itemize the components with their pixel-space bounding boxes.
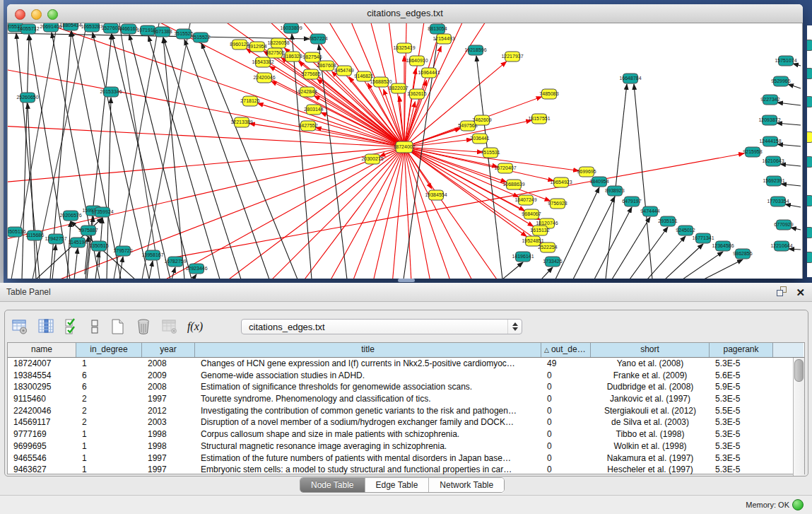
graph-node[interactable]	[268, 48, 283, 58]
graph-node[interactable]	[304, 69, 319, 79]
graph-node[interactable]	[505, 52, 520, 62]
table-row[interactable]: 1938455462009Genome-wide association stu…	[8, 370, 804, 382]
graph-node[interactable]	[357, 71, 372, 81]
graph-node[interactable]	[807, 227, 812, 238]
graph-node[interactable]	[305, 52, 320, 62]
column-header-year[interactable]: year	[142, 343, 195, 357]
graph-node[interactable]	[141, 25, 155, 35]
tab-edge-table[interactable]: Edge Table	[365, 478, 430, 492]
graph-node[interactable]	[775, 241, 789, 251]
graph-node[interactable]	[64, 211, 78, 221]
graph-node[interactable]	[475, 115, 490, 125]
graph-node[interactable]	[551, 199, 565, 209]
graph-node[interactable]	[49, 234, 64, 244]
graph-node[interactable]	[337, 66, 352, 76]
graph-node[interactable]	[807, 156, 812, 168]
graph-node[interactable]	[716, 241, 731, 251]
graph-node[interactable]	[300, 87, 315, 97]
graph-node[interactable]	[516, 252, 531, 262]
graph-node[interactable]	[410, 89, 425, 99]
graph-node[interactable]	[286, 52, 300, 62]
graph-node[interactable]	[104, 23, 119, 33]
graph-node[interactable]	[396, 141, 413, 153]
graph-node[interactable]	[95, 207, 110, 217]
graph-node[interactable]	[473, 134, 488, 144]
graph-node[interactable]	[168, 257, 183, 267]
graph-node[interactable]	[771, 197, 786, 206]
minimize-window-button[interactable]	[31, 9, 42, 20]
graph-node[interactable]	[235, 117, 249, 127]
graph-node[interactable]	[20, 93, 35, 103]
tab-node-table[interactable]: Node Table	[300, 478, 365, 492]
graph-node[interactable]	[469, 45, 483, 55]
graph-node[interactable]	[763, 136, 778, 146]
graph-node[interactable]	[763, 115, 777, 125]
graph-node[interactable]	[44, 23, 59, 32]
table-row[interactable]: 911546021997Tourette syndrome. Phenomeno…	[8, 393, 804, 405]
graph-node[interactable]	[85, 23, 100, 32]
graph-node[interactable]	[146, 250, 160, 260]
delete-table-icon[interactable]	[134, 317, 153, 336]
graph-node[interactable]	[410, 56, 425, 66]
table-row[interactable]: 969969511998Structural magnetic resonanc…	[8, 440, 804, 452]
column-header-in_degree[interactable]: in_degree	[76, 343, 142, 357]
graph-node[interactable]	[807, 96, 812, 107]
graph-node[interactable]	[625, 197, 640, 206]
graph-node[interactable]	[541, 243, 555, 252]
graph-node[interactable]	[116, 246, 131, 256]
graph-node[interactable]	[526, 236, 541, 246]
column-header-out_de[interactable]: △out_de…	[541, 343, 591, 357]
table-settings-icon[interactable]	[11, 317, 29, 336]
graph-node[interactable]	[807, 195, 812, 206]
graph-node[interactable]	[779, 56, 794, 66]
graph-node[interactable]	[763, 95, 778, 105]
memory-status-indicator[interactable]	[792, 499, 804, 510]
graph-node[interactable]	[519, 195, 534, 205]
graph-node[interactable]	[233, 40, 247, 49]
table-row[interactable]: 2242004622012Investigating the contribut…	[8, 405, 804, 417]
graph-node[interactable]	[422, 68, 437, 78]
graph-node[interactable]	[250, 42, 265, 52]
graph-node[interactable]	[319, 61, 334, 71]
graph-node[interactable]	[301, 121, 316, 131]
graph-node[interactable]	[194, 33, 208, 42]
column-header-short[interactable]: short	[591, 343, 710, 357]
graph-node[interactable]	[28, 230, 42, 240]
select-column-icon[interactable]	[37, 317, 55, 336]
table-row[interactable]: 946362711997Embryonic stem cells: a mode…	[8, 464, 804, 476]
zoom-window-button[interactable]	[47, 9, 58, 20]
graph-node[interactable]	[397, 43, 412, 53]
float-panel-icon[interactable]	[776, 286, 787, 300]
graph-node[interactable]	[311, 34, 326, 44]
graph-node[interactable]	[8, 227, 23, 237]
import-table-icon[interactable]	[160, 317, 179, 336]
close-panel-icon[interactable]: ✕	[796, 286, 805, 299]
network-window-titlebar[interactable]: citations_edges.txt	[7, 4, 803, 23]
table-row[interactable]: 977716911998Corpus callosum shape and si…	[8, 428, 804, 440]
graph-node[interactable]	[429, 190, 444, 200]
graph-node[interactable]	[532, 114, 547, 124]
graph-node[interactable]	[807, 132, 812, 143]
graph-node[interactable]	[807, 252, 812, 263]
graph-node[interactable]	[774, 76, 789, 86]
table-selector-dropdown[interactable]: citations_edges.txt	[241, 319, 522, 334]
graph-node[interactable]	[696, 233, 711, 243]
table-row[interactable]: 946554611997Estimation of the future num…	[8, 452, 804, 465]
graph-node[interactable]	[807, 68, 812, 79]
graph-node[interactable]	[554, 177, 569, 187]
new-table-icon[interactable]	[108, 317, 126, 336]
graph-node[interactable]	[746, 147, 760, 157]
column-header-title[interactable]: title	[195, 343, 541, 357]
table-row[interactable]: 1872400712008Changes of HCN gene express…	[8, 358, 804, 370]
table-row[interactable]: 1830029562008Estimation of significance …	[8, 381, 804, 393]
graph-node[interactable]	[374, 77, 389, 87]
panel-splitter[interactable]	[398, 279, 415, 282]
graph-node[interactable]	[284, 23, 299, 33]
graph-node[interactable]	[498, 163, 513, 173]
graph-node[interactable]	[81, 226, 96, 235]
graph-node[interactable]	[189, 264, 204, 274]
graph-node[interactable]	[437, 34, 452, 44]
graph-node[interactable]	[155, 27, 170, 37]
graph-node[interactable]	[104, 87, 119, 97]
graph-node[interactable]	[678, 226, 693, 235]
